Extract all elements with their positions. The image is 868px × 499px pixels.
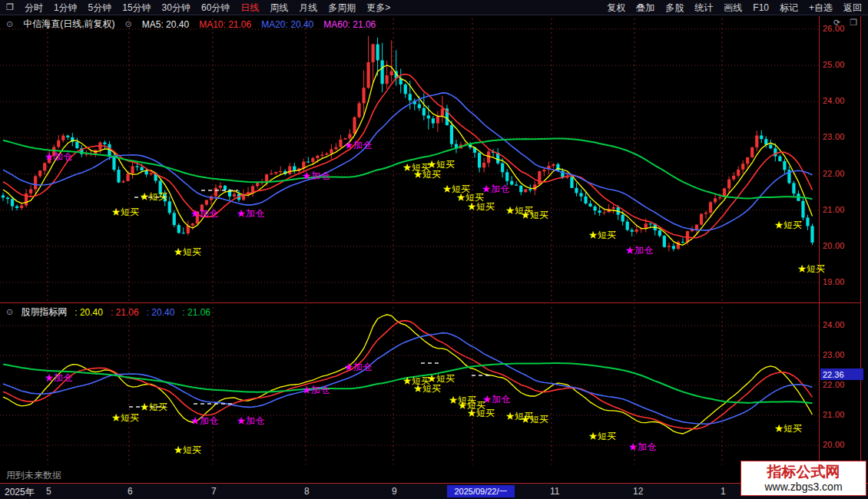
price-axis-label: 21.00 — [823, 205, 845, 214]
ma-value: MA10: 21.06 — [199, 19, 251, 30]
date-axis[interactable]: 2025年 2025/09/22/一 5678911121 — [0, 483, 868, 499]
ma-value: MA60: 21.06 — [323, 19, 376, 30]
signal-label: ★加仓 — [237, 415, 264, 428]
signal-label: ★短买 — [774, 219, 802, 232]
signal-label: ★加仓 — [302, 170, 330, 183]
signal-label: ★加仓 — [237, 207, 264, 220]
signal-label: ★短买 — [467, 407, 495, 420]
watermark-title: 指标公式网 — [767, 464, 840, 481]
toolbar-left: ❐ 分时1分钟5分钟15分钟30分钟60分钟日线周线月线多周期更多> — [6, 0, 390, 15]
toolbar-right-item[interactable]: 统计 — [694, 0, 713, 15]
toolbar-item[interactable]: 多周期 — [328, 0, 356, 15]
toolbar-right-item[interactable]: F10 — [753, 0, 769, 15]
ma-values: MA5: 20.40MA10: 21.06MA20: 20.40MA60: 21… — [142, 19, 376, 30]
signal-label: ★短买 — [467, 200, 495, 213]
indicator-value: : 21.06 — [182, 307, 210, 318]
toolbar-item[interactable]: 30分钟 — [162, 0, 190, 15]
watermark-url: www.zbgs3.com — [764, 481, 842, 493]
year-label: 2025年 — [5, 486, 35, 499]
toolbar-item[interactable]: 更多> — [366, 0, 390, 15]
toolbar-right-item[interactable]: 标记 — [780, 0, 798, 15]
candles — [2, 36, 814, 252]
signal-label: ★短买 — [521, 413, 548, 426]
price-axis-label: 23.00 — [823, 350, 845, 359]
toolbar-right-item[interactable]: 叠加 — [636, 0, 654, 15]
date-tick: 12 — [633, 486, 643, 497]
signal-label: ★加仓 — [482, 393, 510, 406]
price-axis-label: 23.00 — [823, 132, 845, 141]
signal-label: ★加仓 — [45, 372, 72, 385]
signal-label: ★短买 — [174, 444, 201, 457]
toolbar-item[interactable]: 周线 — [270, 0, 288, 15]
toolbar-right-item[interactable]: 复权 — [607, 0, 625, 15]
signal-label: ★短买 — [174, 246, 201, 259]
indicator-value: : 21.06 — [111, 307, 139, 318]
crosshair-date-badge: 2025/09/22/一 — [447, 485, 515, 497]
indicator-icon[interactable]: ⊙ — [6, 307, 13, 317]
toolbar-item[interactable]: 月线 — [299, 0, 317, 15]
toolbar-item[interactable]: 日线 — [240, 0, 259, 15]
date-tick: 6 — [128, 486, 133, 497]
crosshair-value-badge: 22.36 — [820, 368, 863, 380]
indicator-value: : 20.40 — [147, 307, 175, 318]
price-axis-label: 22.00 — [823, 169, 845, 178]
signal-label: ★短买 — [140, 401, 167, 414]
signal-label: ★短买 — [521, 209, 548, 222]
toolbar-item[interactable]: 5分钟 — [88, 0, 112, 15]
price-axis-label: 22.00 — [823, 380, 845, 389]
signal-label: ★加仓 — [45, 150, 72, 164]
signal-label: ★加仓 — [302, 384, 330, 397]
toolbar-right-item[interactable]: 返回 — [843, 0, 862, 15]
signal-label: ★加仓 — [628, 441, 656, 454]
top-toolbar: ❐ 分时1分钟5分钟15分钟30分钟60分钟日线周线月线多周期更多> 复权叠加多… — [0, 0, 868, 15]
signal-label: ★加仓 — [625, 244, 653, 257]
price-axis-label: 24.00 — [823, 96, 845, 105]
right-edge-strip — [861, 15, 868, 484]
indicator-value: : 20.40 — [75, 307, 103, 318]
toolbar-right-item[interactable]: 多股 — [665, 0, 684, 15]
indicator-values: : 20.40: 21.06: 20.40: 21.06 — [75, 307, 210, 318]
price-axis-label: 20.00 — [823, 440, 845, 449]
signal-label: ★短买 — [111, 206, 139, 219]
stock-title: 中信海直(日线,前复权) — [23, 18, 114, 31]
stock-title-icon[interactable]: ⊙ — [6, 19, 13, 29]
toolbar-right-item[interactable]: 画线 — [724, 0, 742, 15]
price-axis-label: 21.00 — [823, 410, 845, 419]
signal-label: ★短买 — [774, 422, 802, 435]
signal-label: ★短买 — [140, 190, 167, 203]
indicator-name: 股朋指标网 — [21, 306, 67, 319]
panel-corner-icons: ⟳❐ — [833, 18, 857, 28]
toolbar-right-item[interactable]: +自选 — [809, 0, 833, 15]
indicator-title-row: ⊙ 股朋指标网 : 20.40: 21.06: 20.40: 21.06 — [6, 306, 210, 319]
price-axis-label: 19.00 — [823, 277, 845, 286]
signal-label: ★短买 — [413, 382, 441, 395]
signal-label: ★加仓 — [190, 207, 218, 220]
signal-label: ★加仓 — [344, 139, 372, 152]
ma-value: MA5: 20.40 — [142, 19, 189, 30]
toolbar-item[interactable]: 1分钟 — [54, 0, 78, 15]
date-tick: 5 — [46, 486, 51, 497]
price-axis-label: 20.00 — [823, 241, 845, 250]
signal-label: ★短买 — [588, 229, 616, 242]
toolbar-item[interactable]: 60分钟 — [201, 0, 230, 15]
signal-label: ★短买 — [588, 430, 616, 443]
toolbar-item[interactable]: 15分钟 — [122, 0, 151, 15]
signal-label: ★加仓 — [190, 415, 218, 428]
signal-label: ★短买 — [797, 263, 825, 276]
date-tick: 11 — [550, 486, 559, 497]
price-axis-label: 25.00 — [823, 60, 845, 69]
toolbar-item[interactable]: 分时 — [25, 0, 43, 15]
toolbar-right: 复权叠加多股统计画线F10标记+自选返回 — [607, 0, 862, 15]
signal-label: ★加仓 — [482, 183, 509, 196]
site-watermark: 指标公式网 www.zbgs3.com — [740, 461, 866, 496]
panel-layout-icon[interactable]: ❐ — [850, 18, 857, 28]
refresh-icon[interactable]: ⟳ — [833, 18, 840, 28]
ma-value: MA20: 20.40 — [261, 19, 313, 30]
future-data-warning: 用到未来数据 — [6, 469, 61, 482]
ma-toggle-icon[interactable]: ⊙ — [125, 19, 132, 29]
signal-label: ★短买 — [413, 168, 441, 181]
window-icon[interactable]: ❐ — [6, 2, 14, 12]
price-axis-label: 24.00 — [823, 320, 845, 329]
date-tick: 1 — [721, 486, 726, 497]
date-tick: 8 — [304, 486, 310, 497]
